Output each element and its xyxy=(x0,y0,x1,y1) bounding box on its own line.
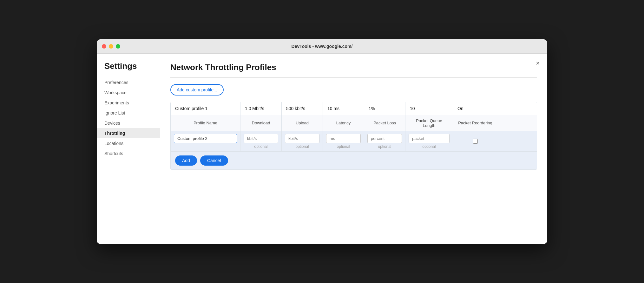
existing-profile-packet-queue: 10 xyxy=(405,102,453,115)
latency-optional-label: optional xyxy=(337,144,350,149)
existing-profile-name: Custom profile 1 xyxy=(171,102,240,115)
new-profile-download-cell: optional xyxy=(240,131,282,151)
new-profile-input-row: optional optional optional optional xyxy=(171,131,537,152)
add-custom-profile-button[interactable]: Add custom profile... xyxy=(170,84,224,95)
add-button[interactable]: Add xyxy=(175,155,197,166)
sidebar-item-shortcuts[interactable]: Shortcuts xyxy=(97,148,160,159)
window-title: DevTools - www.google.com/ xyxy=(292,44,353,49)
existing-profile-download: 1.0 Mbit/s xyxy=(240,102,282,115)
page-title: Network Throttling Profiles xyxy=(170,63,537,72)
header-latency: Latency xyxy=(323,115,364,131)
download-input[interactable] xyxy=(244,134,278,143)
upload-input[interactable] xyxy=(285,134,319,143)
existing-profile-latency: 10 ms xyxy=(323,102,364,115)
devtools-window: DevTools - www.google.com/ Settings Pref… xyxy=(97,39,547,244)
sidebar-item-ignore-list[interactable]: Ignore List xyxy=(97,108,160,118)
existing-profile-packet-reordering: On xyxy=(453,102,497,115)
profiles-table: Custom profile 1 1.0 Mbit/s 500 kbit/s 1… xyxy=(170,102,537,170)
sidebar-item-preferences[interactable]: Preferences xyxy=(97,77,160,88)
header-packet-loss: Packet Loss xyxy=(364,115,405,131)
header-download: Download xyxy=(240,115,282,131)
existing-profile-upload: 500 kbit/s xyxy=(282,102,323,115)
packet-queue-input[interactable] xyxy=(409,134,450,143)
existing-profile-packet-loss: 1% xyxy=(364,102,405,115)
sidebar-item-throttling[interactable]: Throttling xyxy=(97,128,160,138)
new-profile-latency-cell: optional xyxy=(323,131,364,151)
minimize-traffic-light[interactable] xyxy=(109,44,113,49)
cancel-button[interactable]: Cancel xyxy=(200,155,228,166)
table-header-row: Profile Name Download Upload Latency Pac… xyxy=(171,115,537,131)
sidebar-item-workspace[interactable]: Workspace xyxy=(97,88,160,98)
latency-input[interactable] xyxy=(326,134,361,143)
header-packet-reordering: Packet Reordering xyxy=(453,115,497,131)
download-optional-label: optional xyxy=(254,144,267,149)
packet-reordering-checkbox[interactable] xyxy=(473,139,478,144)
sidebar-item-devices[interactable]: Devices xyxy=(97,118,160,128)
sidebar-title: Settings xyxy=(97,61,160,77)
traffic-lights xyxy=(102,44,120,49)
profile-name-input[interactable] xyxy=(174,134,237,143)
packet-loss-optional-label: optional xyxy=(378,144,391,149)
close-button[interactable]: × xyxy=(536,60,540,66)
packet-reordering-checkbox-container xyxy=(456,134,494,149)
divider xyxy=(170,77,537,78)
existing-profile-row: Custom profile 1 1.0 Mbit/s 500 kbit/s 1… xyxy=(171,102,537,115)
new-profile-packet-loss-cell: optional xyxy=(364,131,405,151)
header-profile-name: Profile Name xyxy=(171,115,240,131)
header-upload: Upload xyxy=(282,115,323,131)
main-content: × Network Throttling Profiles Add custom… xyxy=(160,54,547,244)
upload-optional-label: optional xyxy=(295,144,309,149)
maximize-traffic-light[interactable] xyxy=(116,44,120,49)
packet-queue-optional-label: optional xyxy=(422,144,436,149)
packet-loss-input[interactable] xyxy=(367,134,402,143)
new-profile-name-cell xyxy=(171,131,240,151)
new-profile-packet-queue-cell: optional xyxy=(405,131,453,151)
sidebar: Settings Preferences Workspace Experimen… xyxy=(97,54,160,244)
sidebar-item-experiments[interactable]: Experiments xyxy=(97,98,160,108)
new-profile-packet-reordering-cell xyxy=(453,131,497,151)
header-packet-queue: Packet Queue Length xyxy=(405,115,453,131)
new-profile-upload-cell: optional xyxy=(282,131,323,151)
close-traffic-light[interactable] xyxy=(102,44,106,49)
action-row: Add Cancel xyxy=(171,152,537,169)
titlebar: DevTools - www.google.com/ xyxy=(97,39,547,54)
sidebar-item-locations[interactable]: Locations xyxy=(97,138,160,148)
window-body: Settings Preferences Workspace Experimen… xyxy=(97,54,547,244)
